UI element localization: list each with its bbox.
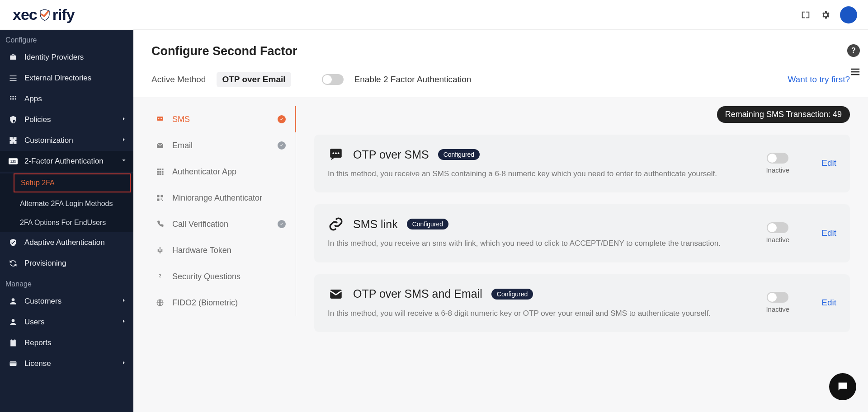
want-to-try-link[interactable]: Want to try first?	[788, 75, 850, 84]
sidebar-item-provisioning[interactable]: Provisioning	[0, 253, 133, 274]
sidebar-item-2fa[interactable]: 123 2-Factor Authentication	[0, 151, 133, 172]
sidebar-item-customers[interactable]: Customers	[0, 291, 133, 312]
svg-point-8	[12, 298, 15, 301]
active-method-value: OTP over Email	[217, 72, 291, 87]
configured-badge: Configured	[438, 149, 480, 160]
svg-rect-14	[851, 74, 859, 75]
sidebar-item-apps[interactable]: Apps	[0, 89, 133, 109]
method-label: Security Questions	[172, 272, 241, 281]
sidebar-item-identity-providers[interactable]: Identity Providers	[0, 47, 133, 68]
edit-link[interactable]: Edit	[821, 228, 836, 238]
svg-point-16	[158, 118, 159, 119]
svg-rect-13	[851, 71, 859, 73]
sidebar-item-customization[interactable]: Customization	[0, 130, 133, 151]
enable-2fa-toggle[interactable]	[322, 74, 344, 85]
avatar[interactable]	[840, 6, 857, 23]
sidebar-item-label: Provisioning	[24, 259, 66, 268]
svg-point-18	[161, 118, 162, 119]
svg-rect-19	[157, 169, 159, 170]
method-label: FIDO2 (Biometric)	[172, 298, 238, 308]
sidebar-sub-alternate[interactable]: Alternate 2FA Login Methods	[0, 194, 133, 213]
method-item-hardware[interactable]: Hardware Token	[151, 237, 296, 263]
svg-rect-10	[10, 361, 17, 366]
sidebar-item-label: Policies	[24, 115, 51, 124]
brand-logo: xec rify	[13, 6, 75, 23]
docs-icon[interactable]	[800, 9, 811, 20]
card-title: OTP over SMS	[353, 148, 429, 161]
list-icon	[8, 73, 18, 83]
password-icon: 123	[8, 156, 18, 166]
sidebar-item-label: Reports	[24, 338, 52, 347]
card-toggle[interactable]	[767, 292, 788, 303]
sidebar: Configure Identity Providers External Di…	[0, 30, 133, 412]
grid-icon	[8, 94, 18, 104]
svg-rect-12	[851, 69, 859, 70]
qr-icon	[155, 193, 165, 203]
method-item-auth_app[interactable]: Authenticator App	[151, 159, 296, 185]
sidebar-item-reports[interactable]: Reports	[0, 332, 133, 353]
globe-icon	[155, 298, 165, 308]
chevron-right-icon	[121, 136, 127, 145]
hamburger-icon[interactable]	[849, 67, 862, 79]
edit-link[interactable]: Edit	[821, 298, 836, 308]
chevron-right-icon	[121, 115, 127, 124]
svg-rect-4	[13, 98, 14, 100]
chat-button[interactable]	[829, 373, 856, 400]
svg-rect-23	[160, 171, 161, 173]
sidebar-item-license[interactable]: License	[0, 353, 133, 374]
svg-rect-2	[15, 96, 16, 97]
svg-rect-21	[162, 169, 164, 170]
svg-point-36	[335, 152, 337, 154]
sms-icon	[155, 114, 165, 124]
method-card-1: SMS linkConfiguredIn this method, you re…	[314, 204, 850, 262]
method-item-mo_auth[interactable]: Miniorange Authenticator	[151, 185, 296, 211]
chevron-right-icon	[121, 318, 127, 327]
sidebar-item-users[interactable]: Users	[0, 312, 133, 332]
sidebar-item-external-directories[interactable]: External Directories	[0, 68, 133, 89]
page-title: Configure Second Factor	[151, 44, 850, 58]
gear-icon[interactable]	[820, 9, 831, 20]
chevron-right-icon	[121, 297, 127, 306]
sidebar-item-adaptive[interactable]: Adaptive Authentication	[0, 232, 133, 253]
method-item-call[interactable]: Call Verification	[151, 211, 296, 237]
method-item-security_q[interactable]: Security Questions	[151, 263, 296, 290]
sidebar-item-label: License	[24, 359, 51, 368]
method-label: Hardware Token	[172, 246, 231, 255]
puzzle-icon	[8, 136, 18, 145]
help-button[interactable]: ?	[847, 44, 860, 57]
shield-outline-icon	[8, 115, 18, 125]
method-item-sms[interactable]: SMS	[151, 106, 296, 132]
svg-rect-30	[157, 199, 159, 201]
configured-badge: Configured	[491, 289, 533, 300]
chevron-right-icon	[121, 359, 127, 368]
sidebar-sub-options-endusers[interactable]: 2FA Options For EndUsers	[0, 213, 133, 232]
sidebar-item-label: Customization	[24, 136, 73, 145]
card-description: In this method, you receive an SMS conta…	[328, 168, 739, 180]
sidebar-item-label: 2-Factor Authentication	[24, 157, 104, 166]
brand-post: rify	[52, 6, 75, 23]
card-toggle[interactable]	[767, 222, 788, 233]
briefcase-icon	[8, 52, 18, 62]
edit-link[interactable]: Edit	[821, 158, 836, 168]
method-label: Email	[172, 141, 193, 150]
sidebar-sub-setup-2fa[interactable]: Setup 2FA	[14, 173, 131, 192]
sidebar-item-label: Users	[24, 318, 44, 327]
card-status: Inactive	[766, 305, 789, 313]
sidebar-section-configure: Configure	[0, 30, 133, 47]
method-item-fido2[interactable]: FIDO2 (Biometric)	[151, 290, 296, 316]
svg-rect-5	[15, 98, 16, 100]
svg-rect-26	[160, 173, 161, 175]
remaining-sms-badge: Remaining SMS Transaction: 49	[717, 106, 850, 123]
svg-rect-27	[162, 173, 164, 175]
svg-rect-28	[157, 195, 159, 197]
enable-2fa-label: Enable 2 Factor Authentication	[354, 75, 472, 84]
method-item-email[interactable]: Email	[151, 132, 296, 159]
svg-rect-20	[160, 169, 161, 170]
method-label: Authenticator App	[172, 167, 236, 177]
card-toggle[interactable]	[767, 153, 788, 164]
svg-rect-11	[10, 363, 17, 364]
sidebar-item-policies[interactable]: Policies	[0, 109, 133, 130]
check-icon	[278, 220, 286, 228]
method-label: Call Verification	[172, 220, 228, 229]
card-title: OTP over SMS and Email	[353, 287, 482, 300]
